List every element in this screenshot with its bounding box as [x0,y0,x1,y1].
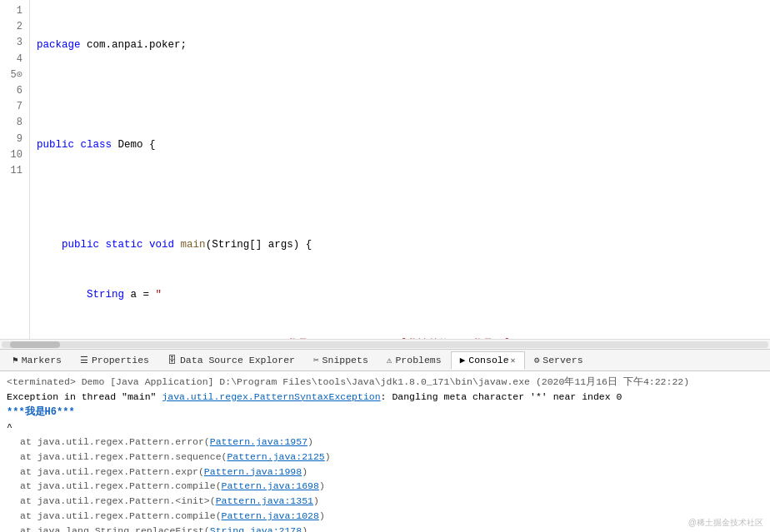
tab-markers[interactable]: ⚑ Markers [3,351,71,370]
markers-icon: ⚑ [12,355,18,365]
console-h6-line: ***我是H6*** [7,405,763,420]
stack-link-4[interactable]: Pattern.java:1698 [222,480,319,491]
bottom-panel: ⚑ Markers ☰ Properties 🗄 Data Source Exp… [0,349,770,532]
stack-trace-4: at java.util.regex.Pattern.compile(Patte… [7,479,763,494]
tab-datasource[interactable]: 🗄 Data Source Explorer [158,351,304,370]
line-num-9: 9 [3,132,22,147]
code-line-2 [37,87,763,103]
line-num-6: 6 [3,83,22,99]
stack-link-7[interactable]: String.java:2178 [210,525,302,532]
stack-trace-2: at java.util.regex.Pattern.sequence(Patt… [7,450,763,465]
code-container[interactable]: 1 2 3 4 5⊙ 6 7 8 9 10 11 package com.anp… [0,0,770,339]
tab-datasource-label: Data Source Explorer [180,355,295,365]
tab-console-label: Console [468,355,508,365]
scrollbar-thumb[interactable] [10,341,60,348]
stack-link-3[interactable]: Pattern.java:1998 [204,466,302,477]
h6-text: ***我是H6*** [7,406,75,418]
stack-trace-6: at java.util.regex.Pattern.compile(Patte… [7,509,763,524]
stack-trace-3: at java.util.regex.Pattern.expr(Pattern.… [7,465,763,480]
code-editor: 1 2 3 4 5⊙ 6 7 8 9 10 11 package com.anp… [0,0,770,349]
scrollbar-track[interactable] [2,341,768,348]
tab-snippets[interactable]: ✂ Snippets [304,351,378,370]
console-terminated-line: <terminated> Demo [Java Application] D:\… [7,375,763,390]
tab-snippets-label: Snippets [322,355,368,365]
tab-servers-label: Servers [542,355,582,365]
line-num-10: 10 [3,147,22,163]
code-line-1: package com.anpai.poker; [37,37,763,53]
servers-icon: ⚙ [534,355,540,365]
code-line-5: public static void main(String[] args) { [37,236,763,253]
line-num-5: 5⊙ [3,67,22,83]
console-caret: ^ [7,420,763,435]
tab-servers[interactable]: ⚙ Servers [525,351,592,370]
line-num-1: 1 [3,3,22,19]
console-close: ✕ [511,355,516,365]
tab-properties[interactable]: ☰ Properties [71,351,158,370]
console-exception-line: Exception in thread "main" java.util.reg… [7,390,763,405]
line-num-8: 8 [3,115,22,131]
properties-icon: ☰ [80,355,88,365]
tab-properties-label: Properties [92,355,149,365]
code-line-3: public class Demo { [37,137,763,153]
stack-link-1[interactable]: Pattern.java:1957 [210,436,308,447]
horizontal-scrollbar[interactable] [0,339,770,349]
stack-link-2[interactable]: Pattern.java:2125 [227,451,324,462]
snippets-icon: ✂ [313,355,319,365]
line-num-4: 4 [3,52,22,67]
stack-trace-5: at java.util.regex.Pattern.<init>(Patter… [7,494,763,509]
datasource-icon: 🗄 [168,355,177,365]
stack-link-6[interactable]: Pattern.java:1028 [222,510,319,521]
code-line-4 [37,186,763,203]
code-line-6: String a = " ***我是H6***"; [37,286,763,303]
line-num-11: 11 [3,163,22,179]
tab-markers-label: Markers [22,355,62,365]
tab-console[interactable]: ▶ Console ✕ [451,351,525,370]
line-num-7: 7 [3,99,22,115]
line-num-2: 2 [3,19,22,35]
tab-problems[interactable]: ⚠ Problems [378,351,451,370]
stack-trace-1: at java.util.regex.Pattern.error(Pattern… [7,435,763,450]
line-numbers: 1 2 3 4 5⊙ 6 7 8 9 10 11 [0,0,30,339]
stack-trace-7: at java.lang.String.replaceFirst(String.… [7,524,763,532]
stack-link-5[interactable]: Pattern.java:1351 [216,495,313,506]
problems-icon: ⚠ [387,355,392,365]
tab-bar: ⚑ Markers ☰ Properties 🗄 Data Source Exp… [0,350,770,371]
console-icon: ▶ [460,355,466,365]
code-content[interactable]: package com.anpai.poker; public class De… [30,0,770,339]
console-output[interactable]: <terminated> Demo [Java Application] D:\… [0,371,770,532]
line-num-3: 3 [3,35,22,51]
tab-problems-label: Problems [395,355,441,365]
exception-link[interactable]: java.util.regex.PatternSyntaxException [162,391,380,402]
watermark: @稀土掘金技术社区 [688,517,763,529]
